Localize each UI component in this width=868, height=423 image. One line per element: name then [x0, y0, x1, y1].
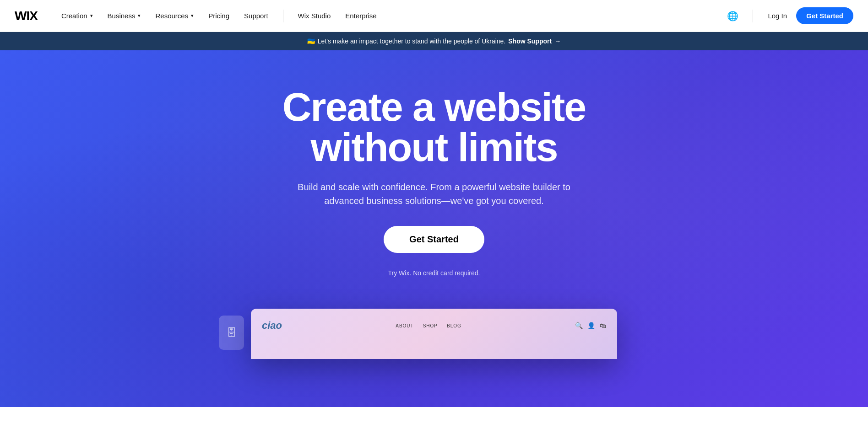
hero-title: Create a website without limits	[282, 87, 586, 167]
preview-about-link: ABOUT	[396, 323, 413, 328]
nav-links: Creation ▾ Business ▾ Resources ▾ Pricin…	[56, 8, 726, 23]
hero-content: Create a website without limits Build an…	[282, 87, 586, 300]
ukraine-flag-icon: 🇺🇦	[307, 37, 315, 45]
preview-shop-link: SHOP	[423, 323, 438, 328]
hero-note: Try Wix. No credit card required.	[388, 269, 480, 277]
navbar: WIX Creation ▾ Business ▾ Resources ▾ Pr…	[0, 0, 868, 32]
preview-site-logo: ciao	[262, 320, 282, 332]
preview-nav-links: ABOUT SHOP BLOG	[396, 323, 461, 328]
nav-divider	[283, 10, 283, 22]
nav-resources[interactable]: Resources ▾	[150, 8, 199, 23]
language-selector[interactable]: 🌐	[725, 9, 740, 23]
preview-nav: ciao ABOUT SHOP BLOG 🔍 👤 🛍	[262, 320, 606, 332]
preview-user-icon: 👤	[587, 322, 595, 329]
hero-subtitle: Build and scale with confidence. From a …	[297, 180, 571, 208]
nav-wix-studio[interactable]: Wix Studio	[293, 8, 336, 23]
preview-blog-link: BLOG	[447, 323, 461, 328]
nav-enterprise[interactable]: Enterprise	[340, 8, 382, 23]
banner-text: Let's make an impact together to stand w…	[318, 37, 505, 45]
preview-icon-group: 🔍 👤 🛍	[575, 322, 606, 329]
chevron-down-icon: ▾	[90, 13, 93, 19]
nav-creation[interactable]: Creation ▾	[56, 8, 98, 23]
preview-cart-icon: 🛍	[600, 322, 606, 329]
banner-arrow-icon: →	[554, 37, 561, 45]
nav-business[interactable]: Business ▾	[102, 8, 146, 23]
chevron-down-icon: ▾	[191, 13, 194, 19]
hero-get-started-button[interactable]: Get Started	[384, 226, 484, 253]
banner-link[interactable]: Show Support	[508, 37, 552, 45]
website-preview: 🗄 ciao ABOUT SHOP BLOG 🔍 👤 🛍	[251, 309, 617, 359]
nav-support[interactable]: Support	[239, 8, 274, 23]
preview-card: ciao ABOUT SHOP BLOG 🔍 👤 🛍	[251, 309, 617, 359]
login-button[interactable]: Log In	[766, 8, 789, 23]
nav-right: 🌐 Log In Get Started	[725, 7, 853, 24]
wix-logo[interactable]: WIX	[15, 9, 38, 23]
preview-side-element: 🗄	[219, 316, 244, 350]
nav-pricing[interactable]: Pricing	[203, 8, 235, 23]
preview-search-icon: 🔍	[575, 322, 583, 329]
nav-divider-right	[753, 10, 753, 22]
get-started-nav-button[interactable]: Get Started	[796, 7, 853, 24]
ukraine-banner: 🇺🇦 Let's make an impact together to stan…	[0, 32, 868, 50]
hero-section: Create a website without limits Build an…	[0, 50, 868, 407]
database-icon: 🗄	[227, 327, 237, 339]
chevron-down-icon: ▾	[138, 13, 141, 19]
